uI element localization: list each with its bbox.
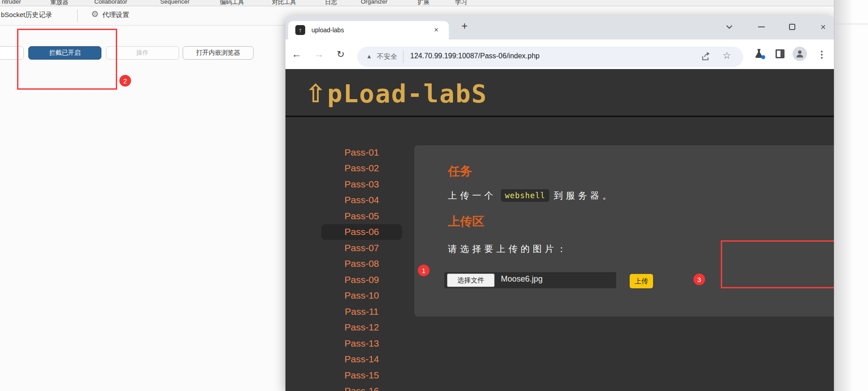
profile-avatar[interactable]: [793, 47, 807, 61]
file-input[interactable]: 选择文件 Moose6.jpg: [444, 272, 616, 288]
burp-tab-2[interactable]: 重放器: [50, 0, 69, 6]
annotation-badge-2: 2: [119, 75, 131, 87]
not-secure-warning-icon: ▲: [366, 53, 372, 60]
sidebar-item-pass-02[interactable]: Pass-02: [321, 161, 402, 177]
background-right-strip: [834, 0, 868, 391]
sidebar-item-pass-10[interactable]: Pass-10: [321, 288, 402, 304]
upload-labs-page: ⇧pLoad-labS Pass-01Pass-02Pass-03Pass-04…: [285, 69, 834, 391]
sidebar-item-pass-09[interactable]: Pass-09: [321, 272, 402, 288]
annotation-badge-3: 3: [693, 274, 705, 285]
burp-tab-9[interactable]: 扩展: [417, 0, 430, 6]
sidebar-item-pass-05[interactable]: Pass-05: [321, 208, 402, 224]
bookmark-star-icon[interactable]: ☆: [723, 50, 731, 61]
url-text[interactable]: 124.70.99.199:10087/Pass-06/index.php: [410, 52, 539, 60]
task-description: 上传一个 webshell 到服务器。: [448, 189, 614, 202]
minimize-button[interactable]: [755, 21, 767, 33]
new-tab-button[interactable]: +: [458, 19, 471, 33]
sidebar-item-pass-01[interactable]: Pass-01: [321, 144, 402, 161]
upload-labs-logo: ⇧pLoad-labS: [305, 79, 487, 108]
tab-close-icon[interactable]: ×: [431, 25, 442, 35]
burp-tab-3[interactable]: Collaborator: [94, 0, 127, 5]
address-separator: [403, 51, 403, 63]
browser-window: ↑ upload-labs × + × ← → ↻ ▲ 不安全 124.70.9…: [285, 15, 834, 391]
burp-tab-8[interactable]: Organizer: [361, 0, 387, 5]
choose-file-button[interactable]: 选择文件: [447, 274, 495, 287]
sidebar-item-pass-04[interactable]: Pass-04: [321, 192, 402, 209]
sidebar-toggle-icon[interactable]: [775, 48, 785, 59]
sidebar-item-pass-12[interactable]: Pass-12: [321, 320, 402, 336]
browser-titlebar: ↑ upload-labs × + ×: [285, 15, 834, 39]
extension-flask-icon[interactable]: [753, 48, 766, 60]
sidebar-item-pass-08[interactable]: Pass-08: [321, 256, 402, 272]
upload-area-heading: 上传区: [448, 213, 484, 230]
maximize-button[interactable]: [786, 21, 798, 33]
back-icon[interactable]: ←: [290, 48, 303, 61]
sidebar-item-pass-06[interactable]: Pass-06: [321, 224, 402, 240]
task-text-post: 到服务器。: [554, 190, 614, 202]
burp-tab-1[interactable]: ntruder: [2, 0, 21, 5]
browser-toolbar: ← → ↻ ▲ 不安全 124.70.99.199:10087/Pass-06/…: [285, 39, 834, 69]
tab-title: upload-labs: [311, 26, 344, 34]
burp-tab-4[interactable]: Sequencer: [160, 0, 189, 5]
sidebar-item-pass-14[interactable]: Pass-14: [321, 352, 402, 368]
content-panel: 任务 上传一个 webshell 到服务器。 上传区 请选择要上传的图片： 选择…: [414, 145, 834, 317]
pass-sidebar: Pass-01Pass-02Pass-03Pass-04Pass-05Pass-…: [321, 144, 402, 391]
address-bar[interactable]: ▲ 不安全 124.70.99.199:10087/Pass-06/index.…: [357, 47, 743, 67]
open-embedded-browser-button[interactable]: 打开内嵌浏览器: [183, 46, 254, 60]
sidebar-item-pass-15[interactable]: Pass-15: [321, 367, 402, 383]
sidebar-item-pass-03[interactable]: Pass-03: [321, 176, 402, 192]
tab-websocket-history[interactable]: bSocket历史记录: [1, 11, 52, 19]
gear-icon[interactable]: ⚙: [91, 9, 99, 19]
burp-tab-bar: ntruder重放器CollaboratorSequencer编码工具对比工具日…: [0, 0, 835, 6]
sidebar-item-pass-16[interactable]: Pass-16: [321, 383, 402, 391]
reload-icon[interactable]: ↻: [334, 48, 347, 61]
sidebar-item-pass-11[interactable]: Pass-11: [321, 304, 402, 320]
header-divider: [285, 116, 834, 117]
sidebar-item-pass-07[interactable]: Pass-07: [321, 240, 402, 256]
upload-button[interactable]: 上传: [630, 274, 653, 288]
burp-tab-10[interactable]: 学习: [455, 0, 467, 6]
share-icon[interactable]: [701, 52, 711, 62]
window-close-button[interactable]: ×: [817, 21, 829, 33]
browser-menu-icon[interactable]: [820, 49, 823, 60]
annotation-box-1: [721, 240, 834, 288]
forward-icon: →: [312, 48, 326, 61]
extension-notification-dot: [761, 55, 765, 59]
task-text-pre: 上传一个: [448, 190, 496, 202]
upload-labs-favicon-icon: ↑: [295, 25, 305, 35]
annotation-badge-1: 1: [418, 265, 430, 276]
selected-filename: Moose6.jpg: [501, 274, 543, 284]
logo-arrow-glyph: ⇧: [305, 79, 327, 108]
tab-search-chevron-icon[interactable]: [723, 21, 736, 33]
annotation-box-2: [17, 29, 117, 90]
burp-tab-7[interactable]: 日志: [325, 0, 337, 6]
browser-tab-upload-labs[interactable]: ↑ upload-labs ×: [288, 21, 449, 39]
tab-proxy-settings[interactable]: 代理设置: [102, 11, 129, 19]
burp-tab-5[interactable]: 编码工具: [220, 0, 244, 6]
burp-tab-6[interactable]: 对比工具: [272, 0, 296, 6]
subnav-divider: [77, 9, 78, 22]
sidebar-item-pass-13[interactable]: Pass-13: [321, 335, 402, 352]
logo-text: pLoad-labS: [327, 79, 487, 108]
choose-image-prompt: 请选择要上传的图片：: [448, 243, 569, 255]
security-label[interactable]: 不安全: [377, 52, 397, 61]
webshell-code-chip: webshell: [501, 189, 549, 202]
task-heading: 任务: [448, 163, 472, 179]
